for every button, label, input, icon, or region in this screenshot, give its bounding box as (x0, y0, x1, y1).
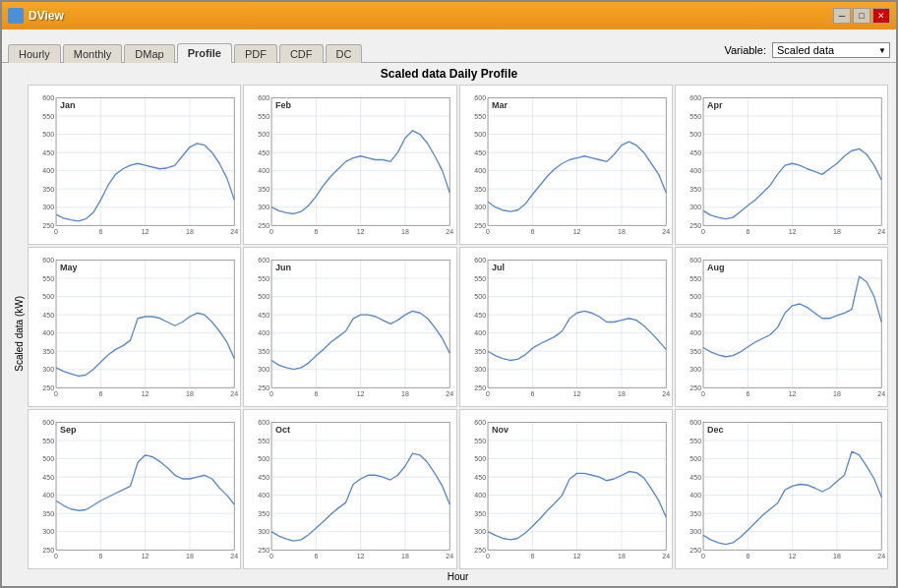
svg-text:Nov: Nov (492, 425, 509, 435)
svg-text:600: 600 (42, 419, 54, 427)
minimize-button[interactable]: ─ (833, 8, 851, 24)
svg-text:600: 600 (42, 257, 54, 265)
chart-aug: 25030035040045050055060006121824Aug (675, 247, 888, 407)
variable-select[interactable]: Scaled data (772, 42, 890, 58)
svg-text:500: 500 (474, 455, 486, 463)
svg-text:400: 400 (259, 167, 270, 175)
svg-text:Dec: Dec (707, 425, 724, 435)
chart-sep: 25030035040045050055060006121824Sep (28, 409, 241, 569)
svg-text:600: 600 (689, 94, 701, 102)
chart-dec: 25030035040045050055060006121824Dec (675, 409, 888, 569)
maximize-button[interactable]: □ (853, 8, 870, 24)
tab-cdf[interactable]: CDF (279, 44, 324, 63)
svg-text:0: 0 (701, 390, 705, 398)
svg-text:400: 400 (474, 492, 486, 500)
svg-text:400: 400 (474, 167, 486, 175)
svg-text:12: 12 (357, 390, 365, 398)
svg-text:500: 500 (474, 131, 486, 139)
svg-text:12: 12 (572, 228, 580, 236)
svg-text:18: 18 (833, 228, 841, 236)
svg-text:12: 12 (142, 228, 150, 236)
svg-text:500: 500 (42, 131, 54, 139)
svg-text:350: 350 (259, 348, 270, 356)
svg-text:500: 500 (689, 293, 701, 301)
svg-text:400: 400 (259, 329, 270, 337)
svg-text:6: 6 (530, 553, 534, 560)
svg-text:450: 450 (689, 149, 701, 157)
tab-pdf[interactable]: PDF (234, 44, 277, 63)
svg-text:0: 0 (269, 553, 273, 560)
svg-text:Aug: Aug (707, 263, 725, 272)
svg-text:300: 300 (259, 366, 270, 374)
svg-text:250: 250 (259, 547, 270, 555)
tab-hourly[interactable]: Hourly (8, 44, 61, 63)
svg-text:350: 350 (474, 186, 486, 194)
svg-text:6: 6 (746, 553, 749, 560)
svg-text:450: 450 (42, 312, 54, 320)
chart-apr: 25030035040045050055060006121824Apr (675, 85, 888, 245)
svg-text:24: 24 (877, 390, 885, 398)
svg-text:550: 550 (42, 113, 54, 121)
svg-text:18: 18 (186, 553, 194, 560)
svg-text:12: 12 (788, 390, 796, 398)
svg-text:18: 18 (833, 390, 841, 398)
svg-text:12: 12 (357, 553, 365, 560)
svg-text:350: 350 (259, 510, 270, 518)
svg-text:350: 350 (42, 510, 54, 518)
svg-text:550: 550 (474, 275, 486, 283)
chart-oct: 25030035040045050055060006121824Oct (243, 409, 456, 569)
svg-text:0: 0 (486, 553, 490, 560)
tab-monthly[interactable]: Monthly (63, 44, 123, 63)
content-area: Scaled data Daily Profile Scaled data (k… (2, 63, 896, 586)
svg-text:250: 250 (42, 384, 54, 392)
svg-text:550: 550 (42, 438, 54, 445)
svg-text:600: 600 (259, 94, 270, 102)
svg-text:300: 300 (474, 528, 486, 536)
svg-text:6: 6 (746, 228, 749, 236)
close-button[interactable]: ✕ (872, 8, 890, 24)
svg-text:0: 0 (269, 228, 273, 236)
svg-text:300: 300 (474, 204, 486, 211)
svg-text:300: 300 (42, 204, 54, 211)
tab-dmap[interactable]: DMap (124, 44, 174, 63)
svg-text:6: 6 (530, 228, 534, 236)
svg-text:Apr: Apr (707, 100, 723, 110)
y-axis-label: Scaled data (kW) (14, 296, 25, 372)
svg-text:500: 500 (42, 293, 54, 301)
svg-text:450: 450 (689, 312, 701, 320)
svg-text:300: 300 (689, 366, 701, 374)
svg-text:24: 24 (447, 228, 454, 236)
svg-text:18: 18 (401, 390, 409, 398)
tab-profile[interactable]: Profile (177, 43, 232, 63)
svg-text:Jun: Jun (275, 263, 291, 272)
svg-text:400: 400 (689, 492, 701, 500)
svg-text:250: 250 (42, 222, 54, 230)
svg-text:500: 500 (259, 131, 270, 139)
svg-text:18: 18 (618, 228, 626, 236)
window-title: DView (29, 9, 64, 23)
svg-text:450: 450 (259, 312, 270, 320)
svg-text:Jul: Jul (492, 263, 505, 272)
svg-text:500: 500 (689, 455, 701, 463)
svg-text:24: 24 (877, 228, 885, 236)
svg-text:250: 250 (259, 384, 270, 392)
svg-text:550: 550 (259, 113, 270, 121)
svg-text:350: 350 (474, 348, 486, 356)
svg-text:12: 12 (572, 553, 580, 560)
svg-text:350: 350 (474, 510, 486, 518)
svg-text:6: 6 (315, 553, 319, 560)
svg-text:600: 600 (474, 257, 486, 265)
svg-text:12: 12 (788, 228, 796, 236)
tab-dc[interactable]: DC (326, 44, 363, 63)
svg-text:6: 6 (98, 228, 102, 236)
svg-text:12: 12 (788, 553, 796, 560)
svg-text:600: 600 (259, 419, 270, 427)
svg-text:0: 0 (269, 390, 273, 398)
svg-text:250: 250 (259, 222, 270, 230)
svg-text:24: 24 (230, 390, 238, 398)
svg-text:600: 600 (689, 419, 701, 427)
svg-text:0: 0 (54, 228, 58, 236)
svg-text:300: 300 (259, 204, 270, 211)
svg-text:550: 550 (474, 113, 486, 121)
main-window: DView ─ □ ✕ Hourly Monthly DMap Profile … (0, 0, 898, 588)
